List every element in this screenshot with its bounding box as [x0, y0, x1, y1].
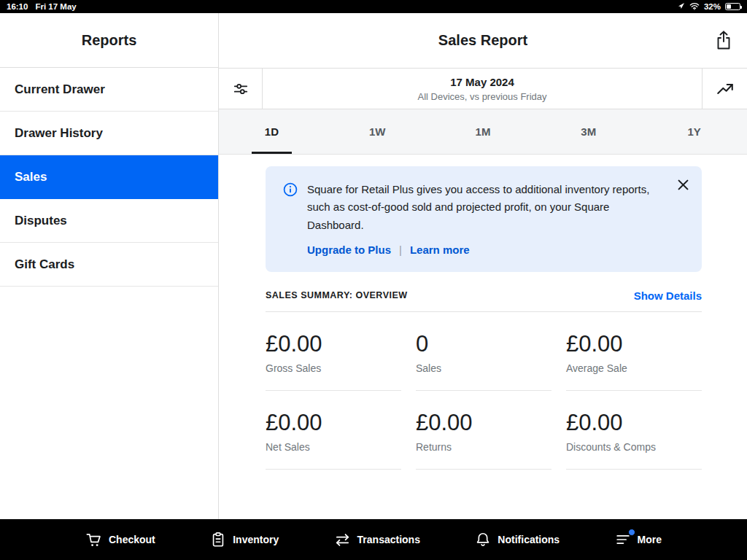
stat-sales-count: 0 Sales: [416, 331, 551, 391]
summary-stats-grid: £0.00 Gross Sales 0 Sales £0.00 Average …: [266, 331, 702, 470]
bottom-nav: Checkout Inventory: [0, 519, 747, 560]
info-icon: [283, 182, 298, 256]
stat-value: £0.00: [266, 410, 401, 436]
sidebar-item-label: Drawer History: [15, 126, 103, 141]
tab-label: 1W: [356, 109, 399, 154]
stat-returns: £0.00 Returns: [416, 410, 551, 470]
transfer-arrows-icon: [334, 532, 351, 548]
share-icon[interactable]: [715, 31, 732, 52]
stat-label: Returns: [416, 441, 551, 453]
status-date: Fri 17 May: [35, 2, 76, 11]
tab-1w[interactable]: 1W: [325, 109, 430, 154]
stat-value: £0.00: [266, 331, 401, 357]
tab-label: 1M: [462, 109, 504, 154]
bell-icon: [475, 532, 491, 548]
reports-sidebar: Reports Current Drawer Drawer History Sa…: [0, 13, 219, 519]
filter-subtitle: All Devices, vs previous Friday: [418, 91, 547, 102]
stat-label: Average Sale: [566, 362, 702, 374]
stat-value: £0.00: [566, 410, 702, 436]
stat-value: £0.00: [566, 331, 702, 357]
stat-average-sale: £0.00 Average Sale: [566, 331, 702, 391]
selected-date: 17 May 2024: [450, 76, 514, 88]
tab-1d[interactable]: 1D: [219, 109, 325, 154]
sidebar-item-current-drawer[interactable]: Current Drawer: [0, 68, 218, 112]
stat-value: 0: [416, 331, 551, 357]
period-tabs: 1D 1W 1M 3M 1Y: [219, 109, 747, 155]
sales-report-main: Sales Report: [219, 13, 747, 519]
learn-more-link[interactable]: Learn more: [410, 244, 470, 256]
page-title: Sales Report: [438, 32, 527, 49]
nav-item-more[interactable]: More: [615, 532, 662, 548]
wifi-icon: [689, 2, 700, 12]
summary-section-title: SALES SUMMARY: OVERVIEW: [266, 290, 408, 300]
upgrade-to-plus-link[interactable]: Upgrade to Plus: [307, 244, 391, 256]
nav-item-notifications[interactable]: Notifications: [475, 532, 560, 548]
sidebar-title: Reports: [0, 13, 218, 68]
close-icon[interactable]: [678, 179, 689, 192]
stat-label: Sales: [416, 362, 551, 374]
nav-label: Checkout: [109, 534, 155, 545]
tab-label: 3M: [568, 109, 609, 154]
trend-chart-icon[interactable]: [702, 69, 747, 109]
sidebar-item-drawer-history[interactable]: Drawer History: [0, 112, 218, 155]
sales-summary-header: SALES SUMMARY: OVERVIEW Show Details: [266, 289, 702, 312]
status-bar: 16:10 Fri 17 May 32%: [0, 0, 747, 13]
tab-label: 1D: [252, 109, 292, 154]
nav-item-checkout[interactable]: Checkout: [85, 532, 155, 548]
tab-label: 1Y: [674, 109, 713, 154]
stat-gross-sales: £0.00 Gross Sales: [266, 331, 401, 391]
sidebar-item-label: Gift Cards: [15, 257, 74, 272]
tab-1m[interactable]: 1M: [430, 109, 536, 154]
sidebar-item-sales[interactable]: Sales: [0, 155, 218, 199]
nav-label: Transactions: [357, 534, 420, 545]
banner-message: Square for Retail Plus gives you access …: [307, 181, 657, 234]
more-badge: [628, 529, 635, 536]
status-left: 16:10 Fri 17 May: [7, 2, 77, 11]
nav-item-transactions[interactable]: Transactions: [334, 532, 420, 548]
sidebar-item-gift-cards[interactable]: Gift Cards: [0, 243, 218, 287]
sidebar-item-label: Sales: [15, 170, 47, 184]
stat-discounts-comps: £0.00 Discounts & Comps: [566, 410, 702, 470]
report-content: Square for Retail Plus gives you access …: [219, 155, 747, 519]
nav-label: More: [638, 534, 662, 545]
banner-body: Square for Retail Plus gives you access …: [307, 181, 686, 256]
stat-value: £0.00: [416, 410, 551, 436]
banner-links: Upgrade to Plus | Learn more: [307, 244, 665, 256]
retail-plus-banner: Square for Retail Plus gives you access …: [266, 166, 702, 272]
nav-label: Inventory: [233, 534, 279, 545]
more-lines-icon: [615, 532, 631, 548]
battery-percent: 32%: [704, 2, 721, 11]
sidebar-item-label: Current Drawer: [15, 82, 105, 97]
main-header: Sales Report: [219, 13, 747, 68]
sidebar-item-label: Disputes: [15, 214, 67, 228]
battery-icon: [725, 3, 740, 10]
stat-label: Discounts & Comps: [566, 441, 702, 453]
filter-sliders-icon[interactable]: [219, 69, 263, 109]
square-retail-app: 16:10 Fri 17 May 32% Reports: [0, 0, 747, 560]
status-time: 16:10: [7, 2, 28, 11]
sidebar-item-disputes[interactable]: Disputes: [0, 199, 218, 243]
stat-net-sales: £0.00 Net Sales: [266, 410, 401, 470]
link-separator: |: [399, 244, 402, 256]
stat-label: Net Sales: [266, 441, 401, 453]
report-filter-bar: 17 May 2024 All Devices, vs previous Fri…: [219, 68, 747, 109]
clipboard-icon: [210, 532, 226, 548]
tab-3m[interactable]: 3M: [535, 109, 641, 154]
show-details-link[interactable]: Show Details: [634, 289, 702, 302]
location-arrow-icon: [678, 2, 685, 11]
nav-item-inventory[interactable]: Inventory: [210, 532, 279, 548]
status-right: 32%: [678, 2, 740, 12]
nav-label: Notifications: [498, 534, 560, 545]
stat-label: Gross Sales: [266, 362, 401, 374]
tab-1y[interactable]: 1Y: [641, 109, 747, 154]
cart-icon: [85, 532, 102, 548]
date-range-selector[interactable]: 17 May 2024 All Devices, vs previous Fri…: [263, 69, 702, 109]
